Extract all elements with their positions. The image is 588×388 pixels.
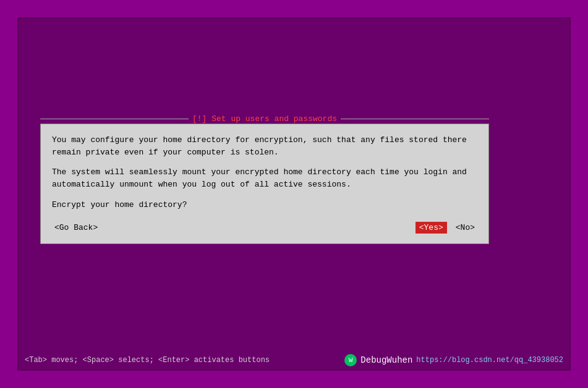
btn-group-right: <Yes> <No> [415, 222, 477, 234]
bottom-bar: <Tab> moves; <Space> selects; <Enter> ac… [19, 351, 569, 369]
dialog-paragraph2: The system will seamlessly mount your en… [52, 166, 477, 191]
dialog-buttons: <Go Back> <Yes> <No> [52, 222, 477, 234]
dialog-paragraph1: You may configure your home directory fo… [52, 134, 477, 159]
brand-name: DebugWuhen [360, 355, 412, 365]
no-button[interactable]: <No> [453, 222, 477, 234]
title-line-left [40, 119, 189, 119]
dialog-question: Encrypt your home directory? [52, 199, 477, 211]
dialog-wrapper: [!] Set up users and passwords You may c… [40, 114, 489, 244]
wechat-icon: W [344, 354, 357, 366]
help-text: <Tab> moves; <Space> selects; <Enter> ac… [25, 356, 270, 365]
dialog-title-row: [!] Set up users and passwords [40, 114, 489, 124]
go-back-button[interactable]: <Go Back> [52, 222, 100, 234]
brand-url: https://blog.csdn.net/qq_43938052 [416, 356, 563, 365]
title-line-right [341, 119, 489, 119]
dialog-title: [!] Set up users and passwords [189, 114, 341, 124]
main-screen: [!] Set up users and passwords You may c… [17, 17, 571, 371]
dialog-box: You may configure your home directory fo… [40, 124, 489, 244]
brand-section: W DebugWuhen https://blog.csdn.net/qq_43… [344, 354, 563, 366]
yes-button[interactable]: <Yes> [415, 222, 447, 234]
